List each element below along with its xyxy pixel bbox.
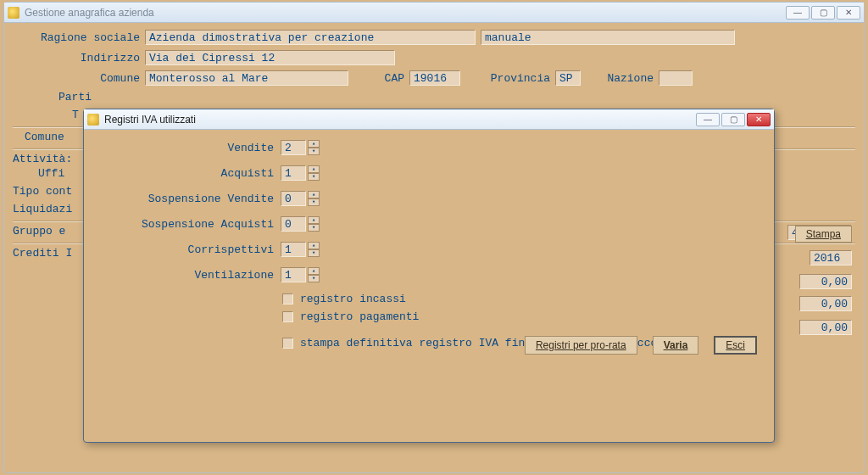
modal-content: Vendite ▴▾ Acquisti ▴▾ Sospensione Vendi…	[84, 130, 774, 365]
modal-titlebar[interactable]: Registri IVA utilizzati — ▢ ✕	[84, 109, 774, 130]
attivita-label: Attività:	[13, 153, 91, 165]
registri-modal: Registri IVA utilizzati — ▢ ✕ Vendite ▴▾…	[83, 109, 775, 443]
varia-button-modal[interactable]: Varia	[653, 336, 699, 355]
comune-input[interactable]	[145, 70, 348, 86]
nazione-label: Nazione	[586, 72, 654, 85]
nazione-input[interactable]	[659, 70, 693, 86]
maximize-button[interactable]: ▢	[811, 6, 835, 20]
cap-label: CAP	[353, 72, 404, 85]
comune-label: Comune	[13, 72, 140, 85]
minimize-button[interactable]: —	[786, 6, 810, 20]
tipocont-label-partial: Tipo cont	[13, 185, 91, 198]
modal-close-button[interactable]: ✕	[747, 113, 771, 126]
spin-up-icon[interactable]: ▴	[308, 165, 320, 173]
acquisti-label: Acquisti	[104, 167, 274, 180]
ventilazione-label: Ventilazione	[104, 269, 274, 282]
modal-minimize-button[interactable]: —	[696, 113, 720, 126]
modal-maximize-button[interactable]: ▢	[721, 113, 745, 126]
cap-input[interactable]	[409, 70, 460, 86]
spin-down-icon[interactable]: ▾	[308, 148, 320, 155]
spin-down-icon[interactable]: ▾	[308, 173, 320, 181]
incassi-label: registro incassi	[300, 293, 406, 305]
main-titlebar[interactable]: Gestione anagrafica azienda — ▢ ✕	[4, 3, 864, 23]
spin-up-icon[interactable]: ▴	[308, 216, 320, 224]
vendite-label: Vendite	[104, 142, 274, 154]
spin-up-icon[interactable]: ▴	[308, 191, 320, 198]
indirizzo-input[interactable]	[145, 50, 395, 65]
value-3[interactable]	[799, 320, 852, 335]
incassi-checkbox[interactable]	[282, 293, 293, 305]
sosp-vendite-input[interactable]	[281, 191, 306, 206]
main-title: Gestione anagrafica azienda	[25, 7, 786, 19]
partita-label-partial: Parti	[58, 91, 136, 103]
sosp-acquisti-input[interactable]	[281, 216, 306, 232]
pagamenti-checkbox[interactable]	[282, 311, 293, 322]
corrispettivi-input[interactable]	[281, 242, 306, 257]
provincia-label: Provincia	[465, 72, 550, 85]
sosp-vendite-label: Sospensione Vendite	[104, 193, 274, 205]
esci-button-modal[interactable]: Esci	[714, 336, 757, 355]
ragione-sociale-input-2[interactable]	[481, 30, 735, 45]
stampa-button[interactable]: Stampa	[795, 226, 852, 243]
prorata-button[interactable]: Registri per pro-rata	[525, 336, 637, 355]
spin-up-icon[interactable]: ▴	[308, 140, 320, 148]
ventilazione-input[interactable]	[281, 267, 306, 282]
stampa-def-checkbox[interactable]	[282, 338, 293, 349]
liquidazi-label-partial: Liquidazi	[13, 203, 91, 215]
corrispettivi-label: Corrispettivi	[104, 243, 274, 256]
gruppo-label-partial: Gruppo e	[13, 225, 91, 238]
provincia-input[interactable]	[555, 70, 581, 86]
sosp-acquisti-label: Sospensione Acquisti	[104, 218, 274, 231]
ragione-label: Ragione sociale	[13, 31, 140, 44]
spin-down-icon[interactable]: ▾	[308, 249, 320, 257]
value-2[interactable]	[799, 296, 852, 311]
app-icon	[87, 114, 99, 126]
spin-down-icon[interactable]: ▾	[308, 275, 320, 282]
app-icon	[8, 7, 19, 19]
spin-up-icon[interactable]: ▴	[308, 267, 320, 275]
modal-button-bar: Registri per pro-rata Varia Esci	[525, 336, 757, 355]
vendite-input[interactable]	[281, 140, 306, 155]
pagamenti-label: registro pagamenti	[300, 310, 419, 323]
spin-down-icon[interactable]: ▾	[308, 198, 320, 206]
spin-up-icon[interactable]: ▴	[308, 242, 320, 249]
ragione-sociale-input[interactable]	[145, 30, 476, 45]
close-button[interactable]: ✕	[837, 6, 860, 20]
spin-down-icon[interactable]: ▾	[308, 224, 320, 232]
value-1[interactable]	[799, 274, 852, 289]
modal-title: Registri IVA utilizzati	[104, 114, 696, 126]
indirizzo-label: Indirizzo	[13, 52, 140, 64]
acquisti-input[interactable]	[281, 165, 306, 181]
